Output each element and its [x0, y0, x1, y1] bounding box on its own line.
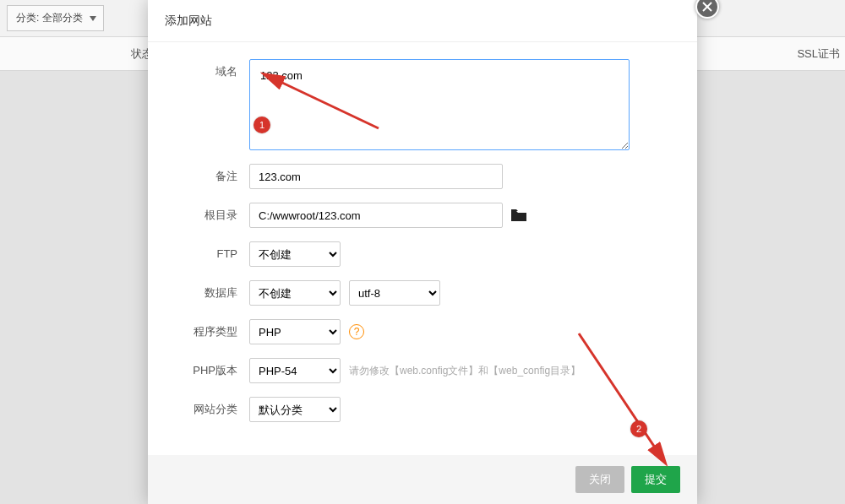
modal-title: 添加网站 — [148, 0, 697, 42]
label-database: 数据库 — [173, 280, 249, 306]
program-type-select[interactable]: PHP — [249, 319, 341, 344]
folder-icon[interactable] — [511, 209, 526, 221]
label-site-category: 网站分类 — [173, 397, 249, 422]
label-program-type: 程序类型 — [173, 319, 249, 344]
site-category-select[interactable]: 默认分类 — [249, 397, 341, 422]
ftp-select[interactable]: 不创建 — [249, 241, 341, 267]
close-icon — [701, 1, 713, 13]
label-domain: 域名 — [173, 59, 249, 84]
add-site-modal: 添加网站 域名 备注 根目录 FTP — [148, 0, 697, 504]
help-icon[interactable]: ? — [349, 324, 364, 339]
label-remark: 备注 — [173, 164, 249, 189]
label-ftp: FTP — [173, 241, 249, 267]
modal-body: 域名 备注 根目录 FTP 不创建 — [148, 42, 697, 444]
submit-button[interactable]: 提交 — [631, 466, 680, 493]
database-select[interactable]: 不创建 — [249, 280, 341, 306]
root-input[interactable] — [249, 203, 503, 228]
php-version-select[interactable]: PHP-54 — [249, 358, 341, 383]
remark-input[interactable] — [249, 164, 503, 189]
domain-input[interactable] — [249, 59, 630, 150]
charset-select[interactable]: utf-8 — [349, 280, 440, 306]
close-button[interactable]: 关闭 — [575, 466, 624, 493]
modal-footer: 关闭 提交 — [148, 455, 697, 504]
label-root: 根目录 — [173, 203, 249, 228]
php-version-hint: 请勿修改【web.config文件】和【web_config目录】 — [349, 364, 581, 378]
label-php-version: PHP版本 — [173, 358, 249, 383]
